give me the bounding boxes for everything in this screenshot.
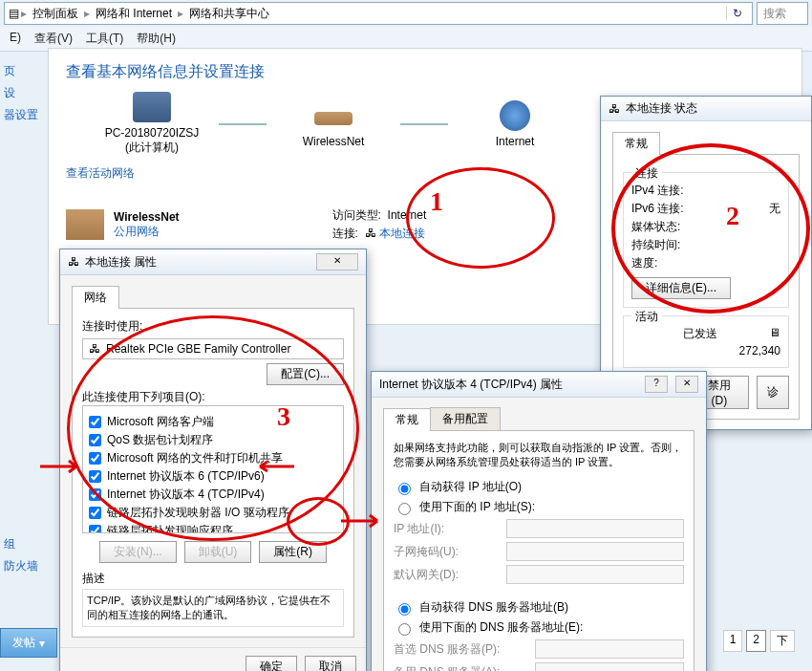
tab-network[interactable]: 网络 xyxy=(72,286,119,309)
sidebar-link[interactable]: 页 xyxy=(4,63,47,79)
menu-help[interactable]: 帮助(H) xyxy=(137,31,176,47)
sidebar-link[interactable]: 组 xyxy=(4,536,47,552)
subnet-mask-input xyxy=(506,542,684,561)
page-title: 查看基本网络信息并设置连接 xyxy=(66,62,784,82)
dialog-title: Internet 协议版本 4 (TCP/IPv4) 属性 xyxy=(379,377,563,393)
breadcrumb[interactable]: ▤ ▸ 控制面板 ▸ 网络和 Internet ▸ 网络和共享中心 ↻ xyxy=(4,2,753,25)
bench-icon xyxy=(66,209,104,240)
radio-auto-ip[interactable] xyxy=(398,483,411,495)
chevron-down-icon: ▾ xyxy=(39,637,45,650)
crumb-network-internet[interactable]: 网络和 Internet xyxy=(92,6,176,22)
page-next[interactable]: 下 xyxy=(770,630,795,652)
chk-ipv4[interactable] xyxy=(89,488,101,501)
adapter-name: Realtek PCIe GBE Family Controller xyxy=(106,342,290,356)
bytes-sent: 272,340 xyxy=(739,344,780,357)
sidebar-link[interactable]: 防火墙 xyxy=(4,558,47,574)
chk-ms-client[interactable] xyxy=(89,416,101,428)
adapter-icon: 🖧 xyxy=(89,342,100,356)
tab-general[interactable]: 常规 xyxy=(383,408,431,431)
menu-view[interactable]: 查看(V) xyxy=(34,31,73,47)
sidebar: 页 设 器设置 组 防火墙 xyxy=(0,48,51,590)
dialog-title: 本地连接 属性 xyxy=(85,254,157,271)
configure-button[interactable]: 配置(C)... xyxy=(267,363,344,385)
search-input[interactable]: 搜索 xyxy=(757,2,808,25)
tab-alternate[interactable]: 备用配置 xyxy=(430,407,501,430)
chk-lltd-responder[interactable] xyxy=(89,525,101,533)
radio-manual-ip[interactable] xyxy=(398,503,411,515)
chk-file-print[interactable] xyxy=(89,452,101,465)
globe-icon xyxy=(500,100,530,131)
chk-qos[interactable] xyxy=(89,434,101,446)
network-type-link[interactable]: 公用网络 xyxy=(114,225,160,238)
chk-lltd-mapper[interactable] xyxy=(89,507,101,519)
nic-icon: 🖧 xyxy=(365,227,376,240)
sidebar-link[interactable]: 器设置 xyxy=(4,107,47,123)
local-connection-link[interactable]: 本地连接 xyxy=(379,227,425,240)
node-this-pc[interactable]: PC-20180720IZSJ (此计算机) xyxy=(104,92,200,156)
dns2-input xyxy=(535,662,684,671)
install-button[interactable]: 安装(N)... xyxy=(99,541,177,563)
components-list[interactable]: Microsoft 网络客户端 QoS 数据包计划程序 Microsoft 网络… xyxy=(82,405,344,533)
node-router[interactable]: WirelessNet xyxy=(286,100,381,148)
radio-auto-dns[interactable] xyxy=(398,603,411,616)
ipv4-properties-dialog: Internet 协议版本 4 (TCP/IPv4) 属性 ? ✕ 常规 备用配… xyxy=(371,371,707,671)
dialog-title: 本地连接 状态 xyxy=(626,100,697,117)
router-icon xyxy=(314,112,353,125)
close-button[interactable]: ✕ xyxy=(316,253,358,271)
sidebar-link[interactable]: 设 xyxy=(4,85,47,101)
nic-icon: 🖧 xyxy=(609,102,620,116)
page-2[interactable]: 2 xyxy=(746,630,766,652)
node-internet[interactable]: Internet xyxy=(467,100,563,148)
ok-button[interactable]: 确定 xyxy=(246,656,297,671)
close-button[interactable]: ✕ xyxy=(675,376,698,393)
help-button[interactable]: ? xyxy=(645,376,668,393)
page-1[interactable]: 1 xyxy=(723,630,743,652)
pc-icon xyxy=(133,92,171,122)
nic-icon: 🖧 xyxy=(68,255,79,269)
dns1-input xyxy=(535,639,684,659)
crumb-network-center[interactable]: 网络和共享中心 xyxy=(185,6,273,22)
adapter-properties-dialog: 🖧 本地连接 属性 ✕ 网络 连接时使用: 🖧 Realtek PCIe GBE… xyxy=(59,249,367,671)
ip-address-input xyxy=(506,519,684,538)
active-network-name: WirelessNet xyxy=(114,210,180,224)
ipv4-info-text: 如果网络支持此功能，则可以获取自动指派的 IP 设置。否则，您需要从网络系统管理… xyxy=(394,441,684,469)
tab-general[interactable]: 常规 xyxy=(612,132,660,155)
gateway-input xyxy=(506,565,684,584)
activity-icon: 🖥 xyxy=(769,326,780,342)
chk-ipv6[interactable] xyxy=(89,470,101,483)
radio-manual-dns[interactable] xyxy=(398,623,411,636)
uninstall-button[interactable]: 卸载(U) xyxy=(184,541,252,563)
control-panel-icon: ▤ xyxy=(9,7,19,20)
post-button[interactable]: 发帖 ▾ xyxy=(0,628,57,658)
details-button[interactable]: 详细信息(E)... xyxy=(631,277,731,299)
pagination: 1 2 下 xyxy=(723,630,795,652)
cancel-button[interactable]: 取消 xyxy=(305,656,356,671)
menu-edit[interactable]: E) xyxy=(10,31,21,47)
diagnose-button[interactable]: 诊 xyxy=(757,376,789,409)
properties-button[interactable]: 属性(R) xyxy=(259,541,327,563)
menu-tools[interactable]: 工具(T) xyxy=(86,31,123,47)
refresh-button[interactable]: ↻ xyxy=(726,7,748,20)
crumb-control-panel[interactable]: 控制面板 xyxy=(29,6,82,22)
description-text: TCP/IP。该协议是默认的广域网络协议，它提供在不同的相互连接的网络上的通讯。 xyxy=(82,589,344,627)
